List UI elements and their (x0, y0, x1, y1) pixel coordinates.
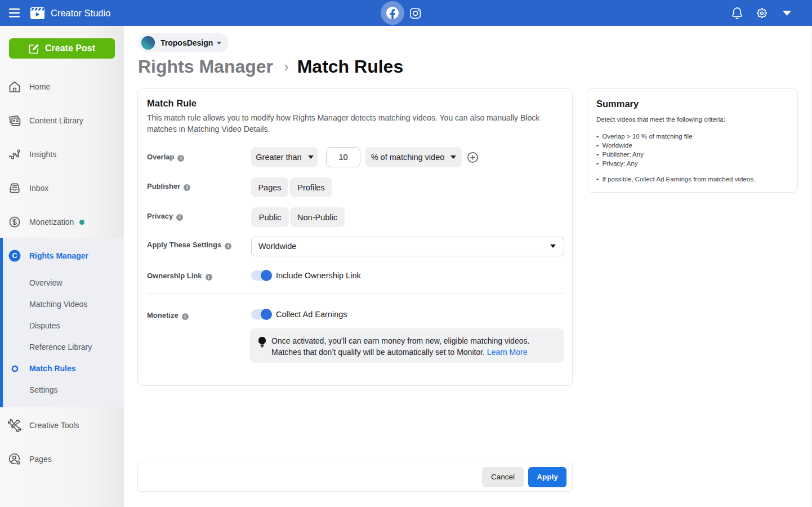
svg-text:C: C (12, 252, 17, 260)
